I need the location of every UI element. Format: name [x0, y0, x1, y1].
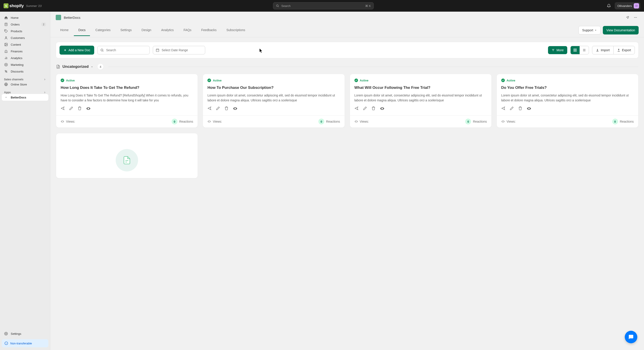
- preview-button[interactable]: [233, 106, 238, 111]
- preview-button[interactable]: [86, 106, 91, 111]
- card-title[interactable]: Do You Offer Free Trials?: [501, 85, 634, 90]
- tab-docs[interactable]: Docs: [74, 24, 90, 36]
- import-label: Import: [601, 48, 610, 52]
- support-button[interactable]: Support: [578, 26, 600, 34]
- user-menu[interactable]: Ollivanders Ol: [615, 2, 640, 10]
- doc-card: Active Do You Offer Free Trials? Lorem i…: [497, 74, 638, 128]
- list-view-button[interactable]: [580, 46, 589, 54]
- import-button[interactable]: Import: [592, 46, 613, 54]
- svg-point-14: [5, 70, 6, 71]
- shopify-bag-icon: S: [4, 3, 8, 8]
- date-range-input[interactable]: Select Date Range: [153, 46, 205, 54]
- svg-line-30: [103, 51, 104, 52]
- preview-button[interactable]: [380, 106, 384, 111]
- tab-design[interactable]: Design: [137, 24, 156, 36]
- sidebar-item-betterdocs[interactable]: BetterDocs: [2, 94, 48, 101]
- sidebar-item-content[interactable]: Content: [2, 41, 48, 48]
- avatar: Ol: [634, 3, 639, 8]
- info-icon: [4, 342, 8, 345]
- svg-point-19: [6, 333, 6, 334]
- view-documentation-button[interactable]: View Documentation: [603, 26, 639, 34]
- tab-categories[interactable]: Categories: [91, 24, 115, 36]
- grid-view-button[interactable]: [570, 46, 580, 54]
- delete-button[interactable]: [78, 106, 82, 111]
- tab-faqs[interactable]: FAQs: [179, 24, 196, 36]
- empty-doc-card[interactable]: [56, 134, 198, 178]
- tab-analytics[interactable]: Analytics: [157, 24, 178, 36]
- svg-point-25: [636, 17, 637, 18]
- share-button[interactable]: [61, 106, 65, 111]
- app-pin-icon: [4, 95, 8, 99]
- nav-label: Discounts: [11, 70, 24, 73]
- tab-settings[interactable]: Settings: [116, 24, 136, 36]
- sidebar-item-products[interactable]: Products: [2, 28, 48, 34]
- content-icon: [4, 42, 8, 46]
- tab-feedbacks[interactable]: Feedbacks: [197, 24, 221, 36]
- sidebar-item-online-store[interactable]: Online Store: [2, 81, 48, 88]
- delete-button[interactable]: [224, 106, 228, 111]
- global-search[interactable]: Search ⌘ K: [273, 2, 374, 10]
- sidebar-item-customers[interactable]: Customers: [2, 34, 48, 41]
- eye-icon: [501, 120, 505, 123]
- check-icon: [354, 78, 358, 82]
- delete-button[interactable]: [372, 106, 376, 111]
- chevron-right-icon: [44, 78, 46, 81]
- docs-search-input[interactable]: [97, 46, 150, 54]
- sidebar-item-orders[interactable]: Orders 2: [2, 21, 48, 28]
- card-title[interactable]: What Will Occur Following The Free Trial…: [354, 85, 487, 90]
- svg-rect-41: [575, 50, 576, 52]
- divider: [108, 67, 638, 67]
- shopify-logo[interactable]: S shopify: [4, 3, 24, 8]
- delete-button[interactable]: [518, 106, 522, 111]
- svg-point-13: [5, 64, 6, 65]
- docs-search-field[interactable]: [106, 48, 147, 52]
- edit-button[interactable]: [216, 106, 220, 111]
- edit-button[interactable]: [69, 106, 73, 111]
- sales-channels-label: Sales channels: [4, 78, 24, 81]
- notifications-button[interactable]: [605, 2, 612, 10]
- tab-home[interactable]: Home: [56, 24, 73, 36]
- views-label: Views:: [66, 120, 75, 123]
- section-header[interactable]: Uncategorized 4: [50, 63, 644, 72]
- sidebar-item-marketing[interactable]: Marketing: [2, 61, 48, 68]
- date-placeholder: Select Date Range: [162, 48, 188, 52]
- logo-group: S shopify Summer '23: [4, 3, 42, 8]
- sidebar-item-home[interactable]: Home: [2, 14, 48, 21]
- card-title[interactable]: How To Purchase Our Subscription?: [208, 85, 340, 90]
- export-button[interactable]: Export: [613, 46, 634, 54]
- more-filters-button[interactable]: More: [548, 46, 567, 54]
- status-badge: Active: [61, 78, 193, 82]
- card-title[interactable]: How Long Does It Take To Get The Refund?: [61, 85, 193, 90]
- share-button[interactable]: [501, 106, 505, 111]
- add-new-doc-button[interactable]: Add a New Doc: [60, 46, 94, 54]
- non-transferable-banner[interactable]: Non-transferable: [2, 339, 48, 347]
- sales-channels-section[interactable]: Sales channels: [2, 78, 48, 81]
- apps-section[interactable]: Apps: [2, 91, 48, 94]
- sidebar-item-finances[interactable]: Finances: [2, 48, 48, 54]
- orders-icon: [4, 22, 8, 26]
- finances-icon: [4, 49, 8, 53]
- edit-button[interactable]: [363, 106, 367, 111]
- eye-icon: [208, 120, 211, 123]
- sidebar-item-analytics[interactable]: Analytics: [2, 54, 48, 61]
- tab-subscriptions[interactable]: Subscriptions: [222, 24, 250, 36]
- document-icon: [56, 65, 60, 69]
- preview-button[interactable]: [527, 106, 531, 111]
- status-badge: Active: [208, 78, 340, 82]
- svg-point-12: [4, 63, 8, 66]
- share-button[interactable]: [208, 106, 212, 111]
- edit-button[interactable]: [510, 106, 514, 111]
- download-icon: [596, 48, 599, 52]
- app-icon: [56, 15, 61, 20]
- share-button[interactable]: [354, 106, 358, 111]
- sidebar-item-settings[interactable]: Settings: [2, 330, 48, 337]
- chat-fab[interactable]: [625, 331, 637, 343]
- more-actions-button[interactable]: [632, 14, 639, 20]
- svg-point-23: [634, 17, 635, 18]
- svg-rect-31: [156, 49, 159, 52]
- pin-button[interactable]: [624, 14, 630, 20]
- sidebar-item-discounts[interactable]: Discounts: [2, 68, 48, 75]
- section-title: Uncategorized: [62, 64, 88, 69]
- svg-marker-26: [595, 30, 596, 31]
- doc-card: Active How Long Does It Take To Get The …: [56, 74, 198, 128]
